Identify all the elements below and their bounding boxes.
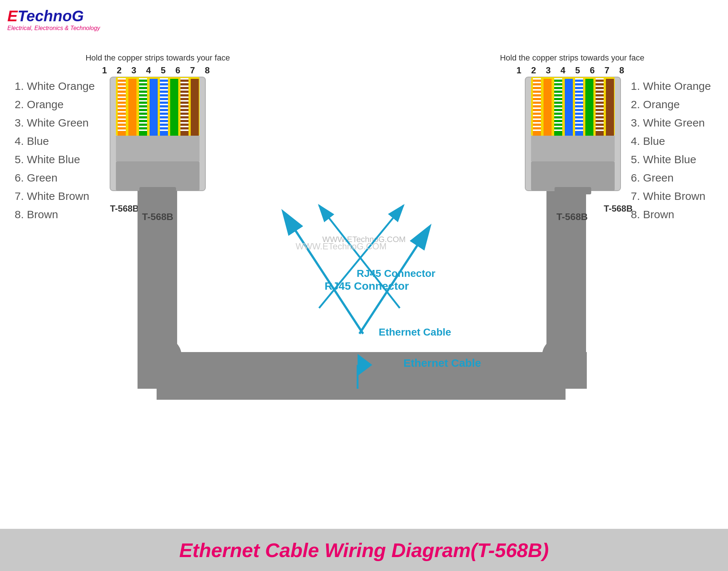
- label-right-2: 2. Orange: [631, 98, 680, 110]
- label-left-1: 1. White Orange: [15, 80, 95, 92]
- rj45-text: RJ45 Connector: [325, 280, 409, 292]
- wire8-right: [606, 79, 614, 136]
- label-left-2: 2. Orange: [15, 98, 63, 110]
- label-right-4: 4. Blue: [631, 135, 665, 147]
- pin-numbers-left: 1 2 3 4 5 6 7 8: [102, 65, 213, 75]
- wire8-left: [191, 79, 199, 136]
- bottom-banner: Ethernet Cable Wiring Diagram(T-568B): [0, 529, 728, 571]
- label-right-5: 5. White Blue: [631, 153, 696, 165]
- wire2-left: [128, 79, 136, 136]
- watermark-svg: WWW.ETechnoG.COM: [296, 241, 387, 251]
- t568b-right-text: T-568B: [556, 211, 588, 222]
- svg-point-62: [139, 349, 174, 384]
- label-right-7: 7. White Brown: [631, 190, 705, 202]
- banner-text: Ethernet Cable Wiring Diagram(T-568B): [179, 539, 549, 561]
- wire6-right: [585, 79, 593, 136]
- cable-horizontal-bottom: [157, 367, 566, 400]
- label-left-6: 6. Green: [15, 172, 58, 184]
- label-right-6: 6. Green: [631, 172, 674, 184]
- connector-bottom-right: [531, 161, 615, 191]
- label-right-1: 1. White Orange: [631, 80, 711, 92]
- wire2-right: [544, 79, 552, 136]
- diagram-svg: Hold the copper strips towards your face…: [0, 0, 728, 528]
- label-left-4: 4. Blue: [15, 135, 49, 147]
- hold-text-right: Hold the copper strips towards your face: [500, 53, 644, 62]
- label-left-5: 5. White Blue: [15, 153, 80, 165]
- label-left-3: 3. White Green: [15, 117, 89, 129]
- connector-latch-right: [555, 187, 591, 194]
- ethernet-text: Ethernet Cable: [403, 357, 481, 369]
- connector-mid-right: [531, 136, 615, 161]
- connector-bottom-left: [116, 161, 200, 191]
- t568b-left-text: T-568B: [142, 211, 173, 222]
- pin-numbers-right: 1 2 3 4 5 6 7 8: [516, 65, 628, 75]
- svg-point-63: [548, 349, 583, 384]
- wire6-left: [170, 79, 178, 136]
- label-left-8: 8. Brown: [15, 208, 58, 220]
- wire4-right: [565, 79, 573, 136]
- wire4-left: [150, 79, 158, 136]
- connector-mid-left: [116, 136, 200, 161]
- label-right-3: 3. White Green: [631, 117, 705, 129]
- label-left-7: 7. White Brown: [15, 190, 89, 202]
- hold-text-left: Hold the copper strips towards your face: [85, 53, 230, 62]
- label-right-8: 8. Brown: [631, 208, 674, 220]
